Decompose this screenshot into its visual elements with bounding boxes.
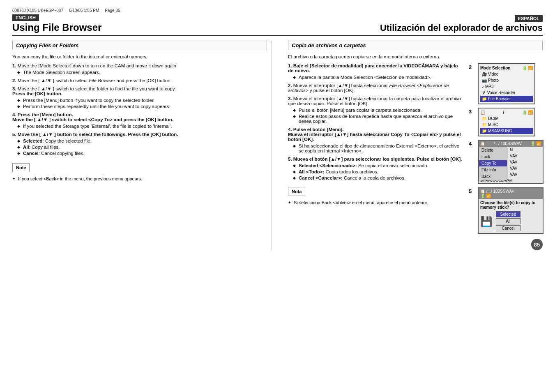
- r-step-3-subs: Pulse el botón [Menú] para copiar la car…: [293, 108, 462, 124]
- r-step-5-sub-2: All <Todo>: Copia todos los archivos.: [293, 169, 462, 174]
- step-2-num: 2.: [12, 78, 16, 83]
- memory-icon: 💾: [480, 216, 493, 227]
- right-content-area: 1. Baje el [Selector de modalidad] para …: [288, 63, 543, 234]
- s3-signal-icon: 📶: [528, 110, 533, 115]
- voice-icon: 🎙: [482, 90, 486, 95]
- doc-page: Page 85: [105, 8, 120, 13]
- file-row-1: N: [508, 147, 519, 153]
- r-step-1-sub-1: Aparece la pantalla Mode Selection <Sele…: [293, 75, 462, 80]
- step-1-num: 1.: [12, 63, 16, 68]
- s4-icon: 📋: [480, 141, 485, 146]
- left-header: ENGLISH Using File Browser: [12, 14, 278, 33]
- screen-2-row-filebrowser: 📁 File Browser: [480, 96, 533, 102]
- photo-icon: 📷: [482, 78, 487, 83]
- copy-btn-all[interactable]: All: [496, 218, 520, 224]
- left-intro: You can copy the file or folder to the i…: [12, 54, 267, 59]
- folder-icon-misc: 📁: [482, 122, 487, 127]
- signal-icon: 📶: [528, 66, 533, 70]
- s3-battery-icon: 🔋: [522, 110, 527, 115]
- screen-2-icons: 🔋 📶: [522, 66, 533, 70]
- screen-4-icons: 🔋 📶: [530, 141, 541, 146]
- screen-3-icons: 🔋 📶: [522, 110, 533, 115]
- left-step-1: 1. Move the [Mode Selector] down to turn…: [12, 63, 267, 75]
- screen-4-header: 📋 /.../ 100SSWAV 🔋 📶: [479, 141, 543, 147]
- step-1-subs: The Mode Selection screen appears.: [17, 70, 267, 75]
- screen-3-title: /: [503, 110, 504, 115]
- step-4-subs: If you selected the Storage type 'Extern…: [17, 124, 267, 129]
- file-row-3: VAV: [508, 159, 519, 165]
- page-num-area: 85: [288, 239, 543, 250]
- screen-3-row-misc: 📁 MISC: [480, 122, 533, 128]
- s4-signal-icon: 📶: [536, 141, 541, 146]
- file-row-5: VAV: [508, 171, 519, 178]
- screen-2-row-photo: 📷 Photo: [480, 77, 533, 83]
- step-3-subs: Press the [Menu] button if you want to c…: [17, 98, 267, 109]
- two-column-layout: Copying Files or Folders You can copy th…: [12, 41, 543, 250]
- screen-item-5: 5 📋 /.../ 100SSWAV 🔋 📶: [469, 187, 543, 234]
- left-section-heading: Copying Files or Folders: [12, 41, 267, 50]
- r-step-2-text: Mueva el interruptor [▲/▼] hasta selecci…: [288, 83, 449, 93]
- step-1-sub-1: The Mode Selection screen appears.: [17, 70, 267, 75]
- step-5-sub-2: All: Copy all files.: [17, 145, 267, 150]
- screen-num-2: 2: [469, 64, 475, 70]
- right-section-heading: Copia de archivos o carpetas: [288, 41, 543, 50]
- s5-icon: 📋: [480, 189, 485, 194]
- step-5-text: Move the [ ▲/▼ ] button to select the fo…: [18, 132, 178, 137]
- filebrowser-icon: 📁: [482, 97, 487, 101]
- screen-2-row-mp3: ♪ MP3: [480, 83, 533, 90]
- meta-info: 00876J X105 UK+ESP~087 6/10/05 1:55 PM P…: [12, 8, 543, 13]
- file-row-4: VAV: [508, 165, 519, 171]
- mp3-icon: ♪: [482, 84, 484, 89]
- left-step-2: 2. Move the [ ▲/▼ ] switch to select Fil…: [12, 78, 267, 83]
- note-box-right: Nota: [288, 187, 305, 196]
- step-2-text: Move the [ ▲/▼ ] switch to select File B…: [18, 78, 172, 83]
- page-number-badge: 85: [531, 239, 543, 250]
- left-step-4: 4. Press the [Menu] button.Move the [ ▲/…: [12, 112, 267, 129]
- r-step-3-sub-2: Realice estos pasos de forma repetida ha…: [293, 114, 462, 124]
- r-step-4-subs: Si ha seleccionado el tipo de almacenami…: [293, 143, 462, 153]
- battery-icon: 🔋: [522, 66, 527, 70]
- right-steps: 1. Baje el [Selector de modalidad] para …: [288, 63, 462, 180]
- video-icon: 🎥: [482, 72, 487, 76]
- menu-row-fileinfo: File Info: [479, 167, 507, 173]
- screen-item-4: 4 📋 /.../ 100SSWAV 🔋 📶: [469, 140, 543, 184]
- device-screen-4: 📋 /.../ 100SSWAV 🔋 📶: [478, 140, 543, 184]
- note-text-left: If you select <Back> in the menu, the pr…: [12, 176, 267, 181]
- screen-5-icons: 🔋 📶: [480, 194, 541, 198]
- right-step-1: 1. Baje el [Selector de modalidad] para …: [288, 63, 462, 80]
- step-4-sub-1: If you selected the Storage type 'Extern…: [17, 124, 267, 129]
- r-step-1-subs: Aparece la pantalla Mode Selection <Sele…: [293, 75, 462, 80]
- screen-3-row-dcim: 📁 DCIM: [480, 115, 533, 122]
- step-5-sub-1: Selected: Copy the selected file.: [17, 138, 267, 143]
- note-text-right: Si selecciona Back <Volver> en el menú, …: [288, 200, 462, 205]
- step-3-sub-2: Perform these steps repeatedly until the…: [17, 104, 267, 109]
- r-step-5-sub-3: Cancel <Cancelar>: Cancela la copia de a…: [293, 175, 462, 180]
- r-step-5-text: Mueva el botón [▲/▼] para seleccionar lo…: [293, 157, 462, 161]
- screen-4-title: /.../ 100SSWAV: [494, 141, 522, 146]
- step-5-subs: Selected: Copy the selected file. All: C…: [17, 138, 267, 156]
- note-box-left: Note: [12, 163, 30, 172]
- main-title-right: Utilización del explorador de archivos: [278, 23, 543, 33]
- screen-3-icon: 📋: [480, 110, 485, 115]
- device-screen-3: 📋 / 🔋 📶 📁 DCIM: [478, 108, 535, 136]
- header-row: ENGLISH Using File Browser ESPAÑOL Utili…: [12, 14, 543, 36]
- step-4-text: Press the [Menu] button.Move the [ ▲/▼ ]…: [12, 112, 173, 122]
- s5-signal-icon: 📶: [486, 194, 491, 198]
- right-step-4: 4. Pulse el botón [Menú].Mueva el interr…: [288, 127, 462, 153]
- right-steps-text: 1. Baje el [Selector de modalidad] para …: [288, 63, 462, 234]
- screen-num-4: 4: [469, 141, 475, 147]
- device-screen-5: 📋 /.../ 100SSWAV 🔋 📶 Choose the file(s) …: [478, 187, 543, 234]
- r-step-1-text: Baje el [Selector de modalidad] para enc…: [288, 63, 458, 73]
- copy-question: Choose the file(s) to copy to memory sti…: [480, 201, 541, 210]
- file-row-2: VAV: [508, 153, 519, 159]
- folder-icon-dcim: 📁: [482, 116, 487, 121]
- copy-dialog-row: 💾 Selected All Cancel: [480, 211, 541, 231]
- menu-row-delete: Delete: [479, 147, 507, 154]
- copy-btn-selected[interactable]: Selected: [496, 211, 520, 217]
- step-3-num: 3.: [12, 86, 16, 91]
- english-badge: ENGLISH: [12, 14, 39, 21]
- step-3-text: Move the [ ▲/▼ ] switch to select the fo…: [12, 86, 176, 96]
- step-1-text: Move the [Mode Selector] down to turn on…: [18, 63, 177, 68]
- r-step-4-sub-1: Si ha seleccionado el tipo de almacenami…: [293, 143, 462, 153]
- copy-btn-cancel[interactable]: Cancel: [496, 225, 520, 231]
